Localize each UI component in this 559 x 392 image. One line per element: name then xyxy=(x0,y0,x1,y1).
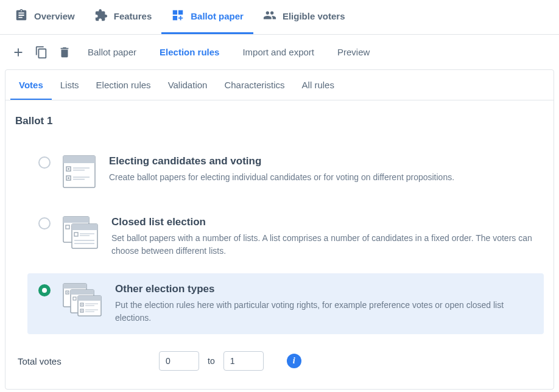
subtab-lists[interactable]: Lists xyxy=(52,70,88,100)
total-votes-row: Total votes to i xyxy=(15,351,544,371)
main-panel: Votes Lists Election rules Validation Ch… xyxy=(5,69,554,390)
other-types-illustration-icon xyxy=(63,283,103,320)
radio-other-types[interactable] xyxy=(38,284,51,296)
content-area: Ballot 1 Electing candidates and voting … xyxy=(5,100,554,389)
sub-tabs: Votes Lists Election rules Validation Ch… xyxy=(5,70,554,100)
candidates-illustration-icon xyxy=(63,155,97,191)
svg-rect-1 xyxy=(63,156,95,163)
option-desc: Set ballot papers with a number of lists… xyxy=(111,232,533,257)
closed-list-illustration-icon xyxy=(63,216,99,251)
tab-label: Overview xyxy=(34,11,75,21)
people-icon xyxy=(263,9,276,24)
option-desc: Put the election rules here with particu… xyxy=(115,299,533,324)
total-votes-from-input[interactable] xyxy=(159,351,199,371)
to-label: to xyxy=(208,356,215,366)
radio-candidates[interactable] xyxy=(38,156,51,169)
subtab-validation[interactable]: Validation xyxy=(160,70,216,100)
action-bar: Ballot paper Election rules Import and e… xyxy=(0,35,559,69)
svg-rect-16 xyxy=(72,224,97,230)
subtab-all-rules[interactable]: All rules xyxy=(294,70,343,100)
svg-rect-28 xyxy=(71,290,94,295)
tab-overview[interactable]: Overview xyxy=(5,0,85,34)
clipboard-icon xyxy=(15,9,28,24)
tab-features[interactable]: Features xyxy=(85,0,162,34)
total-votes-label: Total votes xyxy=(18,356,150,366)
option-candidates[interactable]: Electing candidates and voting Create ba… xyxy=(27,145,544,200)
svg-point-34 xyxy=(82,304,83,306)
subtab-votes[interactable]: Votes xyxy=(10,70,52,100)
subtab-characteristics[interactable]: Characteristics xyxy=(216,70,293,100)
copy-button[interactable] xyxy=(34,45,49,60)
option-closed-list[interactable]: Closed list election Set ballot papers w… xyxy=(27,206,544,267)
add-button[interactable] xyxy=(11,45,26,60)
tab-ballot-paper[interactable]: Ballot paper xyxy=(161,0,253,34)
tab-label: Ballot paper xyxy=(191,11,244,21)
svg-rect-23 xyxy=(63,284,86,289)
option-title: Closed list election xyxy=(111,216,533,228)
action-preview[interactable]: Preview xyxy=(330,44,377,60)
svg-point-25 xyxy=(67,292,68,293)
svg-point-7 xyxy=(68,177,69,179)
total-votes-to-input[interactable] xyxy=(223,351,264,371)
tab-eligible-voters[interactable]: Eligible voters xyxy=(253,0,355,34)
puzzle-icon xyxy=(94,9,108,24)
action-election-rules[interactable]: Election rules xyxy=(152,44,227,60)
svg-point-38 xyxy=(82,310,83,312)
option-other-types[interactable]: Other election types Put the election ru… xyxy=(27,273,544,334)
subtab-election-rules[interactable]: Election rules xyxy=(88,70,160,100)
option-title: Other election types xyxy=(115,283,533,295)
tab-label: Eligible voters xyxy=(283,11,345,21)
svg-point-3 xyxy=(68,168,69,170)
ballot-title: Ballot 1 xyxy=(15,115,544,127)
svg-rect-32 xyxy=(78,296,101,301)
radio-closed-list[interactable] xyxy=(38,217,51,229)
delete-button[interactable] xyxy=(57,45,72,60)
ballot-icon xyxy=(171,9,185,24)
tab-label: Features xyxy=(114,11,152,21)
option-desc: Create ballot papers for electing indivi… xyxy=(109,171,533,184)
action-ballot-paper[interactable]: Ballot paper xyxy=(80,44,144,60)
svg-rect-11 xyxy=(63,217,89,223)
info-icon[interactable]: i xyxy=(287,354,301,368)
option-title: Electing candidates and voting xyxy=(109,155,533,167)
top-tabs: Overview Features Ballot paper Eligible … xyxy=(0,0,559,35)
action-import-export[interactable]: Import and export xyxy=(235,44,322,60)
